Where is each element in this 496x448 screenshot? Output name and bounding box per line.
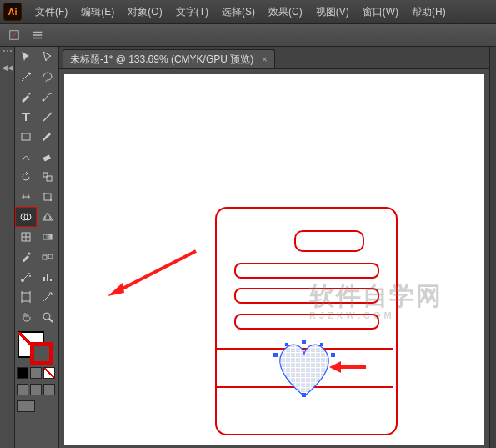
- hand-tool[interactable]: [15, 307, 37, 327]
- svg-line-1: [11, 32, 18, 39]
- menu-view[interactable]: 视图(V): [309, 5, 356, 19]
- svg-rect-32: [331, 353, 335, 357]
- column-graph-tool[interactable]: [37, 267, 58, 287]
- svg-point-26: [43, 313, 50, 320]
- annotation-arrow-to-tool: [106, 248, 198, 296]
- svg-point-21: [29, 275, 31, 277]
- close-tab-icon[interactable]: ×: [262, 54, 267, 64]
- fill-stroke-swatches: [15, 327, 58, 415]
- draw-normal-icon[interactable]: [17, 384, 28, 395]
- svg-rect-24: [50, 279, 52, 281]
- shaper-tool[interactable]: [15, 147, 37, 167]
- color-mode-solid[interactable]: [17, 367, 28, 379]
- svg-rect-15: [43, 234, 52, 239]
- svg-rect-31: [273, 353, 278, 357]
- annotation-arrow-to-heart: [329, 360, 368, 375]
- art-line-3[interactable]: [234, 314, 379, 330]
- document-tab[interactable]: 未标题-1* @ 133.69% (CMYK/GPU 预览) ×: [63, 49, 275, 68]
- slice-tool[interactable]: [37, 287, 58, 307]
- collapse-arrows-icon[interactable]: ◀◀: [2, 63, 13, 72]
- svg-point-3: [43, 99, 45, 102]
- svg-rect-30: [302, 340, 306, 344]
- menu-edit[interactable]: 编辑(E): [74, 5, 121, 19]
- document-tab-title: 未标题-1* @ 133.69% (CMYK/GPU 预览): [70, 53, 253, 67]
- control-bar: [0, 24, 496, 47]
- svg-point-11: [50, 199, 52, 201]
- art-heart-selected[interactable]: [271, 338, 338, 401]
- tools-panel: [15, 47, 59, 448]
- control-menu-icon[interactable]: [28, 26, 47, 44]
- menu-help[interactable]: 帮助(H): [405, 5, 453, 19]
- left-dock-strip: ◀◀: [0, 47, 15, 448]
- eraser-tool[interactable]: [37, 147, 58, 167]
- color-mode-gradient[interactable]: [30, 367, 42, 379]
- menu-bar: Ai 文件(F) 编辑(E) 对象(O) 文字(T) 选择(S) 效果(C) 视…: [0, 0, 496, 24]
- svg-marker-37: [108, 283, 124, 296]
- gradient-tool[interactable]: [37, 227, 58, 247]
- svg-line-27: [49, 319, 53, 322]
- draw-inside-icon[interactable]: [43, 384, 55, 395]
- color-mode-none[interactable]: [43, 367, 55, 379]
- line-tool[interactable]: [37, 107, 58, 127]
- main-menu: 文件(F) 编辑(E) 对象(O) 文字(T) 选择(S) 效果(C) 视图(V…: [28, 5, 453, 19]
- pen-tool[interactable]: [15, 87, 37, 107]
- screen-mode-icon[interactable]: [17, 400, 35, 412]
- canvas-area[interactable]: 软件自学网 RJZXW.COM: [59, 69, 489, 448]
- rotate-tool[interactable]: [15, 167, 37, 187]
- svg-rect-34: [285, 343, 288, 346]
- svg-rect-23: [47, 274, 48, 281]
- svg-rect-9: [44, 194, 51, 200]
- stroke-swatch[interactable]: [30, 342, 53, 365]
- direct-select-tool[interactable]: [37, 47, 58, 67]
- menu-object[interactable]: 对象(O): [121, 5, 168, 19]
- menu-file[interactable]: 文件(F): [28, 5, 74, 19]
- lasso-tool[interactable]: [37, 67, 58, 87]
- svg-rect-33: [302, 393, 306, 397]
- shape-builder-tool[interactable]: [15, 207, 37, 227]
- svg-rect-6: [43, 154, 51, 161]
- scale-tool[interactable]: [37, 167, 58, 187]
- mesh-tool[interactable]: [15, 227, 37, 247]
- dock-grip-icon[interactable]: [3, 50, 12, 52]
- svg-rect-22: [43, 277, 45, 281]
- svg-line-36: [118, 251, 196, 291]
- perspective-grid-tool[interactable]: [37, 207, 58, 227]
- selection-tool[interactable]: [15, 47, 37, 67]
- zoom-tool[interactable]: [37, 307, 58, 327]
- svg-rect-5: [22, 133, 30, 140]
- free-transform-tool[interactable]: [37, 187, 58, 207]
- svg-point-10: [43, 193, 45, 194]
- svg-point-2: [28, 73, 31, 75]
- workspace: 未标题-1* @ 133.69% (CMYK/GPU 预览) ×: [59, 47, 489, 448]
- art-pill[interactable]: [294, 230, 364, 252]
- art-line-2[interactable]: [234, 288, 379, 304]
- menu-type[interactable]: 文字(T): [169, 5, 215, 19]
- magic-wand-tool[interactable]: [15, 67, 37, 87]
- svg-rect-25: [22, 293, 30, 301]
- svg-rect-18: [48, 254, 53, 259]
- symbol-sprayer-tool[interactable]: [15, 267, 37, 287]
- eyedropper-tool[interactable]: [15, 247, 37, 267]
- artboard-tool[interactable]: [15, 287, 37, 307]
- menu-window[interactable]: 窗口(W): [356, 5, 405, 19]
- rectangle-tool[interactable]: [15, 127, 37, 147]
- svg-point-16: [28, 253, 31, 255]
- width-tool[interactable]: [15, 187, 37, 207]
- svg-rect-17: [43, 255, 47, 259]
- svg-line-4: [43, 113, 52, 121]
- art-line-1[interactable]: [234, 263, 379, 279]
- no-selection-icon[interactable]: [5, 26, 23, 44]
- curvature-tool[interactable]: [37, 87, 58, 107]
- type-tool[interactable]: [15, 107, 37, 127]
- svg-point-20: [28, 273, 30, 274]
- svg-point-19: [21, 279, 24, 282]
- menu-select[interactable]: 选择(S): [215, 5, 262, 19]
- blend-tool[interactable]: [37, 247, 58, 267]
- svg-rect-35: [320, 343, 323, 346]
- draw-behind-icon[interactable]: [30, 384, 42, 395]
- app-badge: Ai: [3, 3, 22, 21]
- right-dock-strip[interactable]: [489, 47, 496, 448]
- svg-marker-39: [329, 361, 341, 373]
- paintbrush-tool[interactable]: [37, 127, 58, 147]
- menu-effect[interactable]: 效果(C): [262, 5, 309, 19]
